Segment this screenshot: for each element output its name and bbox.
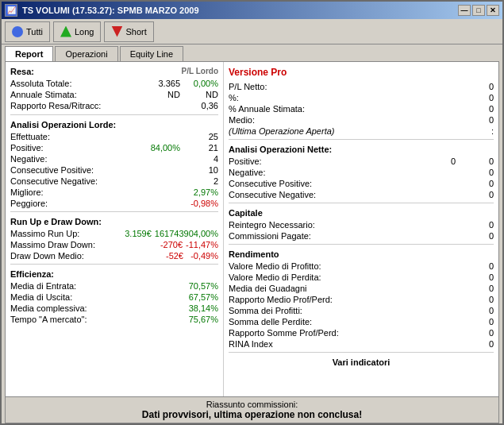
pct-label: %: bbox=[229, 93, 239, 102]
annuale-stimata-label: Annuale Stimata: bbox=[10, 90, 77, 99]
resa-header-row: Resa: P/L Lordo bbox=[10, 67, 218, 76]
riassunto-label: Riassunto commissioni: bbox=[12, 400, 492, 409]
vari-indicatori-title: Vari indicatori bbox=[229, 357, 494, 367]
reintegro-label: Reintegro Necessario: bbox=[229, 220, 315, 230]
short-icon bbox=[111, 26, 122, 37]
tempo-label: Tempo "A mercato": bbox=[10, 315, 87, 324]
pct-value: 0 bbox=[462, 93, 494, 102]
positive-nette-v1: 0 bbox=[424, 156, 456, 166]
assoluta-totale-pct: 0,00% bbox=[187, 79, 218, 88]
reintegro-value: 0 bbox=[462, 220, 494, 230]
positive-nette-row: Positive: 0 0 bbox=[229, 156, 494, 167]
consec-neg-nette-value: 0 bbox=[462, 190, 494, 199]
media-entrata-label: Media di Entrata: bbox=[10, 281, 76, 291]
peggiore-value: -0,98% bbox=[187, 199, 218, 208]
tab-report[interactable]: Report bbox=[5, 46, 53, 61]
medio-label: Medio: bbox=[229, 115, 255, 125]
rapporto-row: Rapporto Resa/Ritracc: 0,36 bbox=[10, 100, 218, 111]
pl-netto-row: P/L Netto: 0 bbox=[229, 81, 494, 92]
media-guadagni-row: Media dei Guadagni 0 bbox=[229, 283, 494, 294]
consec-positive-row: Consecutive Positive: 10 bbox=[10, 164, 218, 176]
main-content: Resa: P/L Lordo Assoluta Totale: 3.365 0… bbox=[5, 61, 499, 423]
tab-equity-line[interactable]: Equity Line bbox=[120, 46, 183, 61]
long-icon bbox=[60, 26, 71, 37]
assoluta-totale-value: 3.365 bbox=[148, 79, 180, 88]
positive-label: Positive: bbox=[10, 143, 44, 153]
warning-label: Dati provvisori, ultima operazione non c… bbox=[12, 409, 492, 420]
assoluta-totale-row: Assoluta Totale: 3.365 0,00% bbox=[10, 78, 218, 89]
migliore-value: 2,97% bbox=[187, 187, 218, 197]
massimo-runup-v2: 161743904,00% bbox=[155, 229, 218, 238]
somma-profitti-label: Somma dei Profitti: bbox=[229, 306, 302, 315]
pl-netto-label: P/L Netto: bbox=[229, 82, 267, 91]
versione-pro-label: Versione Pro bbox=[229, 67, 494, 78]
tutti-button[interactable]: Tutti bbox=[5, 21, 50, 42]
media-complessiva-value: 38,14% bbox=[187, 303, 218, 313]
media-uscita-value: 67,57% bbox=[187, 292, 218, 302]
consec-positive-value: 10 bbox=[187, 165, 218, 175]
consec-pos-nette-value: 0 bbox=[462, 179, 494, 188]
media-uscita-label: Media di Uscita: bbox=[10, 292, 72, 302]
consec-neg-nette-label: Consecutive Negative: bbox=[229, 190, 316, 199]
consec-pos-nette-row: Consecutive Positive: 0 bbox=[229, 178, 494, 189]
consec-positive-label: Consecutive Positive: bbox=[10, 165, 94, 175]
resa-section: Resa: P/L Lordo Assoluta Totale: 3.365 0… bbox=[10, 67, 218, 111]
two-col-layout: Resa: P/L Lordo Assoluta Totale: 3.365 0… bbox=[6, 62, 498, 396]
annuale-stimata-row: Annuale Stimata: ND ND bbox=[10, 89, 218, 100]
peggiore-label: Peggiore: bbox=[10, 199, 48, 208]
drawdown-medio-label: Draw Down Medio: bbox=[10, 251, 84, 261]
maximize-button[interactable]: □ bbox=[472, 5, 485, 16]
pl-lordo-header: P/L Lordo bbox=[182, 67, 218, 76]
drawdown-medio-row: Draw Down Medio: -52€ -0,49% bbox=[10, 250, 218, 261]
rina-label: RINA Index bbox=[229, 339, 273, 349]
main-window: 📈 TS VOLUMI (17.53.27): SPMB MARZO 2009 … bbox=[0, 0, 504, 425]
rapporto-label: Rapporto Resa/Ritracc: bbox=[10, 101, 101, 110]
media-entrata-row: Media di Entrata: 70,57% bbox=[10, 280, 218, 292]
rina-row: RINA Index 0 bbox=[229, 338, 494, 350]
consec-neg-nette-row: Consecutive Negative: 0 bbox=[229, 189, 494, 200]
close-button[interactable]: ✕ bbox=[487, 5, 499, 16]
rapporto-value: 0,36 bbox=[187, 101, 218, 110]
minimize-button[interactable]: — bbox=[458, 5, 471, 16]
bottom-bar: Riassunto commissioni: Dati provvisori, … bbox=[6, 396, 498, 423]
tempo-value: 75,67% bbox=[187, 315, 218, 324]
media-uscita-row: Media di Uscita: 67,57% bbox=[10, 292, 218, 303]
consec-negative-label: Consecutive Negative: bbox=[10, 176, 98, 186]
negative-label: Negative: bbox=[10, 154, 47, 164]
consec-negative-row: Consecutive Negative: 2 bbox=[10, 176, 218, 187]
migliore-label: Migliore: bbox=[10, 187, 44, 197]
ultima-op-suffix: : bbox=[491, 126, 494, 136]
title-bar-left: 📈 TS VOLUMI (17.53.27): SPMB MARZO 2009 bbox=[5, 4, 199, 17]
annuale-stimata-value: ND bbox=[148, 90, 180, 99]
rendimento-title: Rendimento bbox=[229, 249, 494, 259]
tab-bar: Report Operazioni Equity Line bbox=[2, 44, 502, 61]
somma-perdite-value: 0 bbox=[462, 317, 494, 326]
commissioni-value: 0 bbox=[462, 231, 494, 241]
negative-nette-row: Negative: 0 bbox=[229, 167, 494, 178]
long-label: Long bbox=[75, 27, 94, 37]
assoluta-totale-label: Assoluta Totale: bbox=[10, 79, 71, 88]
massimo-drawdown-row: Massimo Draw Down: -270€ -11,47% bbox=[10, 239, 218, 250]
tab-operazioni[interactable]: Operazioni bbox=[55, 46, 117, 61]
long-button[interactable]: Long bbox=[53, 21, 101, 42]
effettuate-row: Effettuate: 25 bbox=[10, 131, 218, 142]
positive-pct: 84,00% bbox=[148, 143, 180, 153]
rapporto-medio-value: 0 bbox=[462, 295, 494, 304]
negative-nette-value: 0 bbox=[462, 168, 494, 177]
valore-medio-profitto-row: Valore Medio di Profitto: 0 bbox=[229, 261, 494, 272]
efficienza-title: Efficienza: bbox=[10, 269, 218, 279]
valore-medio-perdita-row: Valore Medio di Perdita: 0 bbox=[229, 272, 494, 283]
somma-perdite-label: Somma delle Perdite: bbox=[229, 317, 312, 326]
media-entrata-value: 70,57% bbox=[187, 281, 218, 291]
tutti-icon bbox=[12, 26, 23, 37]
somma-profitti-row: Somma dei Profitti: 0 bbox=[229, 305, 494, 316]
resa-label: Resa: bbox=[10, 67, 34, 76]
effettuate-value: 25 bbox=[187, 132, 218, 141]
short-button[interactable]: Short bbox=[104, 21, 153, 42]
analisi-nette-title: Analisi Operazioni Nette: bbox=[229, 145, 494, 154]
consec-pos-nette-label: Consecutive Positive: bbox=[229, 179, 312, 188]
negative-row: Negative: 4 bbox=[10, 153, 218, 164]
analisi-lorde-title: Analisi Operazioni Lorde: bbox=[10, 120, 218, 129]
peggiore-row: Peggiore: -0,98% bbox=[10, 198, 218, 209]
massimo-runup-v1: 3.159€ bbox=[120, 229, 152, 238]
